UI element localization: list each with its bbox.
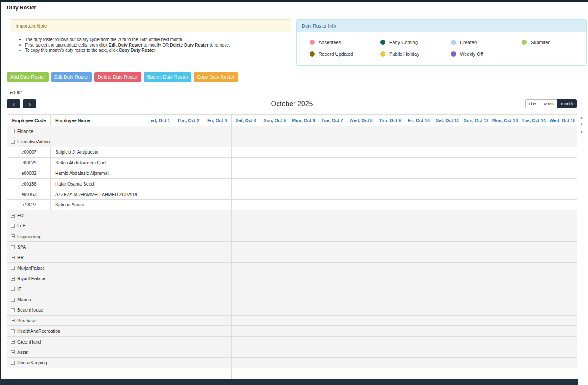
expand-collapse-icon[interactable] [11, 224, 15, 228]
roster-cell[interactable] [231, 284, 260, 294]
roster-cell[interactable] [260, 158, 289, 168]
roster-cell[interactable] [519, 210, 548, 221]
roster-cell[interactable] [433, 252, 462, 262]
roster-cell[interactable] [203, 326, 231, 336]
roster-cell[interactable] [174, 326, 203, 336]
roster-cell[interactable] [462, 210, 491, 221]
expand-collapse-icon[interactable] [11, 308, 15, 312]
roster-cell[interactable] [289, 263, 318, 273]
expand-collapse-icon[interactable] [11, 256, 15, 259]
roster-cell[interactable] [231, 221, 260, 231]
roster-cell[interactable] [404, 231, 433, 241]
roster-cell[interactable] [519, 263, 548, 273]
roster-cell[interactable] [289, 294, 318, 305]
roster-cell[interactable] [203, 252, 231, 262]
roster-cell[interactable] [203, 189, 231, 199]
roster-cell[interactable] [375, 189, 404, 199]
group-label-cell[interactable]: BeachHouse [7, 305, 151, 315]
roster-cell[interactable] [289, 231, 318, 241]
roster-cell[interactable] [289, 326, 318, 336]
roster-cell[interactable] [491, 242, 519, 252]
roster-cell[interactable] [260, 273, 289, 284]
roster-cell[interactable] [203, 231, 231, 241]
roster-cell[interactable] [151, 221, 174, 231]
roster-cell[interactable] [231, 199, 260, 210]
delete-duty-roster-button[interactable]: Delete Duty Roster [94, 72, 141, 82]
roster-cell[interactable] [231, 263, 260, 273]
roster-cell[interactable] [462, 305, 491, 315]
roster-cell[interactable] [347, 189, 375, 199]
roster-cell[interactable] [347, 168, 375, 178]
roster-cell[interactable] [347, 294, 375, 305]
expand-collapse-icon[interactable] [11, 287, 15, 291]
roster-cell[interactable] [375, 316, 404, 326]
roster-cell[interactable] [318, 231, 347, 241]
roster-cell[interactable] [174, 252, 203, 262]
roster-cell[interactable] [404, 221, 433, 231]
group-label-cell[interactable]: FnB [7, 221, 151, 231]
roster-cell[interactable] [375, 273, 404, 284]
roster-cell[interactable] [231, 316, 260, 326]
roster-cell[interactable] [260, 147, 289, 157]
roster-cell[interactable] [174, 357, 203, 368]
roster-cell[interactable] [231, 305, 260, 315]
roster-cell[interactable] [375, 231, 404, 241]
roster-cell[interactable] [289, 136, 318, 147]
roster-cell[interactable] [318, 347, 347, 357]
roster-cell[interactable] [203, 336, 231, 347]
roster-cell[interactable] [462, 294, 491, 305]
roster-cell[interactable] [260, 199, 289, 210]
roster-cell[interactable] [289, 242, 318, 252]
roster-cell[interactable] [548, 136, 577, 147]
roster-cell[interactable] [151, 158, 174, 168]
roster-cell[interactable] [548, 147, 577, 157]
roster-cell[interactable] [375, 252, 404, 262]
group-label-cell[interactable]: RiyadhPalace [7, 273, 151, 284]
roster-cell[interactable] [203, 210, 231, 221]
roster-cell[interactable] [174, 347, 203, 357]
roster-cell[interactable] [462, 326, 491, 336]
roster-cell[interactable] [231, 189, 260, 199]
roster-cell[interactable] [491, 199, 519, 210]
roster-cell[interactable] [375, 305, 404, 315]
roster-cell[interactable] [519, 126, 548, 136]
roster-cell[interactable] [203, 263, 231, 273]
roster-cell[interactable] [289, 284, 318, 294]
roster-cell[interactable] [289, 305, 318, 315]
copy-duty-roster-button[interactable]: Copy Duty Roster [194, 72, 238, 82]
roster-cell[interactable] [151, 347, 174, 357]
roster-cell[interactable] [491, 231, 519, 241]
roster-cell[interactable] [318, 168, 347, 178]
roster-cell[interactable] [491, 263, 519, 273]
roster-cell[interactable] [404, 252, 433, 262]
roster-cell[interactable] [231, 168, 260, 178]
roster-cell[interactable] [289, 168, 318, 178]
roster-cell[interactable] [491, 336, 519, 347]
roster-cell[interactable] [433, 242, 462, 252]
roster-cell[interactable] [151, 242, 174, 252]
roster-cell[interactable] [375, 294, 404, 305]
roster-cell[interactable] [151, 210, 174, 221]
roster-cell[interactable] [433, 263, 462, 273]
roster-cell[interactable] [433, 326, 462, 336]
roster-cell[interactable] [404, 263, 433, 273]
roster-cell[interactable] [519, 168, 548, 178]
roster-cell[interactable] [347, 231, 375, 241]
roster-cell[interactable] [519, 252, 548, 262]
roster-cell[interactable] [491, 326, 519, 336]
group-label-cell[interactable]: Finance [7, 126, 151, 136]
roster-cell[interactable] [151, 126, 174, 136]
roster-cell[interactable] [462, 242, 491, 252]
roster-cell[interactable] [548, 178, 577, 189]
roster-cell[interactable] [289, 316, 318, 326]
roster-cell[interactable] [260, 305, 289, 315]
roster-cell[interactable] [433, 147, 462, 157]
roster-cell[interactable] [519, 199, 548, 210]
roster-cell[interactable] [203, 147, 231, 157]
roster-cell[interactable] [491, 316, 519, 326]
roster-cell[interactable] [548, 168, 577, 178]
roster-cell[interactable] [151, 316, 174, 326]
roster-cell[interactable] [260, 326, 289, 336]
roster-cell[interactable] [462, 136, 491, 147]
group-label-cell[interactable]: MurjanPalace [7, 263, 151, 273]
